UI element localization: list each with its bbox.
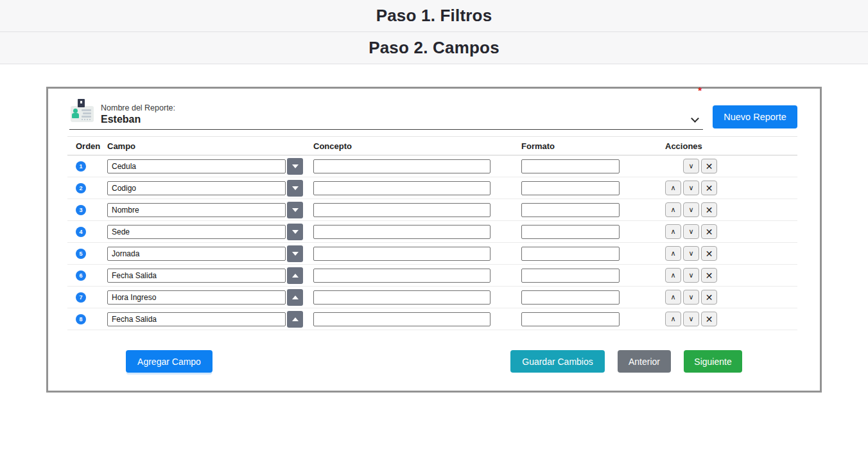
dropdown-caret-icon bbox=[292, 186, 299, 190]
move-up-button[interactable]: ∧ bbox=[665, 181, 681, 195]
campo-dropdown-button[interactable] bbox=[287, 289, 303, 306]
campo-dropdown-button[interactable] bbox=[287, 311, 303, 328]
move-down-button[interactable]: ∨ bbox=[683, 312, 699, 326]
order-badge: 8 bbox=[76, 314, 86, 324]
campo-input[interactable] bbox=[107, 203, 286, 217]
campo-dropdown-button[interactable] bbox=[287, 267, 303, 284]
move-up-button[interactable]: ∧ bbox=[665, 246, 681, 261]
delete-icon: ✕ bbox=[706, 227, 713, 237]
arrow-down-icon: ∨ bbox=[688, 249, 693, 258]
table-row: 2 ∧ ∨ ✕ bbox=[67, 177, 797, 199]
required-asterisk: * bbox=[698, 85, 702, 96]
move-down-button[interactable]: ∨ bbox=[683, 181, 699, 195]
move-down-button[interactable]: ∨ bbox=[683, 202, 699, 217]
delete-icon: ✕ bbox=[706, 161, 713, 172]
move-down-button[interactable]: ∨ bbox=[683, 159, 699, 173]
delete-row-button[interactable]: ✕ bbox=[701, 268, 717, 283]
delete-row-button[interactable]: ✕ bbox=[701, 290, 717, 305]
anterior-button[interactable]: Anterior bbox=[618, 350, 671, 373]
concepto-input[interactable] bbox=[313, 247, 490, 261]
dropdown-caret-icon bbox=[292, 230, 299, 234]
formato-input[interactable] bbox=[521, 159, 620, 173]
formato-input[interactable] bbox=[521, 181, 620, 195]
campo-dropdown-button[interactable] bbox=[287, 180, 303, 197]
campo-input[interactable] bbox=[107, 247, 286, 261]
delete-row-button[interactable]: ✕ bbox=[701, 312, 717, 326]
concepto-input[interactable] bbox=[313, 159, 490, 173]
dropdown-caret-icon bbox=[292, 296, 299, 299]
table-row: 4 ∧ ∨ ✕ bbox=[67, 221, 797, 243]
move-up-button[interactable]: ∧ bbox=[665, 312, 681, 326]
step-1-bar: Paso 1. Filtros bbox=[0, 0, 868, 32]
arrow-up-icon: ∧ bbox=[670, 206, 675, 214]
campo-input[interactable] bbox=[107, 159, 286, 173]
move-down-button[interactable]: ∨ bbox=[683, 224, 699, 239]
campo-dropdown-button[interactable] bbox=[287, 202, 303, 218]
move-down-button[interactable]: ∨ bbox=[683, 268, 699, 283]
table-row: 8 ∧ ∨ ✕ bbox=[67, 308, 797, 330]
report-name-value: Esteban bbox=[101, 114, 175, 125]
concepto-input[interactable] bbox=[313, 312, 490, 326]
delete-row-button[interactable]: ✕ bbox=[701, 159, 717, 173]
campo-dropdown-button[interactable] bbox=[287, 224, 303, 240]
concepto-input[interactable] bbox=[313, 290, 490, 305]
dropdown-caret-icon bbox=[292, 252, 299, 256]
table-row: 6 ∧ ∨ ✕ bbox=[67, 265, 797, 287]
concepto-input[interactable] bbox=[313, 269, 490, 283]
move-up-button[interactable]: ∧ bbox=[665, 202, 681, 217]
report-name-select[interactable]: Nombre del Reporte: Esteban * bbox=[69, 99, 703, 130]
delete-row-button[interactable]: ✕ bbox=[701, 224, 717, 239]
arrow-down-icon: ∨ bbox=[688, 206, 693, 214]
formato-input[interactable] bbox=[521, 247, 620, 261]
table-header-row: Orden Campo Concepto Formato Acciones bbox=[67, 137, 797, 155]
formato-input[interactable] bbox=[521, 225, 620, 239]
arrow-up-icon: ∧ bbox=[670, 271, 675, 279]
table-row: 1 ∧ ∨ ✕ bbox=[67, 155, 797, 177]
formato-input[interactable] bbox=[521, 312, 620, 326]
concepto-input[interactable] bbox=[313, 181, 490, 195]
move-down-button[interactable]: ∨ bbox=[683, 246, 699, 261]
delete-row-button[interactable]: ✕ bbox=[701, 246, 717, 261]
step-2-title: Paso 2. Campos bbox=[369, 38, 499, 58]
arrow-down-icon: ∨ bbox=[688, 293, 693, 301]
move-up-button[interactable]: ∧ bbox=[665, 290, 681, 305]
arrow-up-icon: ∧ bbox=[670, 315, 675, 323]
arrow-up-icon: ∧ bbox=[670, 293, 675, 301]
siguiente-button[interactable]: Siguiente bbox=[684, 350, 742, 373]
campo-input[interactable] bbox=[107, 269, 286, 283]
arrow-up-icon: ∧ bbox=[670, 249, 675, 258]
formato-input[interactable] bbox=[521, 203, 620, 217]
move-up-button[interactable]: ∧ bbox=[665, 268, 681, 283]
arrow-down-icon: ∨ bbox=[688, 315, 693, 323]
move-up-button[interactable]: ∧ bbox=[665, 224, 681, 239]
delete-row-button[interactable]: ✕ bbox=[701, 202, 717, 217]
arrow-up-icon: ∧ bbox=[670, 227, 675, 236]
formato-input[interactable] bbox=[521, 290, 620, 305]
campo-input[interactable] bbox=[107, 225, 286, 239]
concepto-input[interactable] bbox=[313, 203, 490, 217]
column-header-acciones: Acciones bbox=[665, 141, 797, 151]
campo-input[interactable] bbox=[107, 181, 286, 195]
concepto-input[interactable] bbox=[313, 225, 490, 239]
chevron-down-icon[interactable] bbox=[692, 116, 698, 121]
order-badge: 3 bbox=[76, 205, 86, 215]
campo-dropdown-button[interactable] bbox=[287, 245, 303, 262]
delete-icon: ✕ bbox=[706, 292, 713, 303]
table-row: 5 ∧ ∨ ✕ bbox=[67, 243, 797, 265]
order-badge: 5 bbox=[76, 249, 86, 259]
delete-icon: ✕ bbox=[706, 270, 713, 281]
campo-dropdown-button[interactable] bbox=[287, 158, 303, 175]
guardar-cambios-button[interactable]: Guardar Cambios bbox=[510, 350, 605, 373]
arrow-down-icon: ∨ bbox=[688, 184, 693, 192]
agregar-campo-button[interactable]: Agregar Campo bbox=[126, 350, 213, 373]
move-down-button[interactable]: ∨ bbox=[683, 290, 699, 305]
report-fields-panel: Nombre del Reporte: Esteban * Nuevo Repo… bbox=[46, 87, 822, 393]
campo-input[interactable] bbox=[107, 290, 286, 305]
table-row: 3 ∧ ∨ ✕ bbox=[67, 199, 797, 221]
campo-input[interactable] bbox=[107, 312, 286, 326]
delete-row-button[interactable]: ✕ bbox=[701, 181, 717, 195]
table-row: 7 ∧ ∨ ✕ bbox=[67, 287, 797, 308]
dropdown-caret-icon bbox=[292, 208, 299, 212]
nuevo-reporte-button[interactable]: Nuevo Reporte bbox=[713, 105, 797, 128]
formato-input[interactable] bbox=[521, 269, 620, 283]
